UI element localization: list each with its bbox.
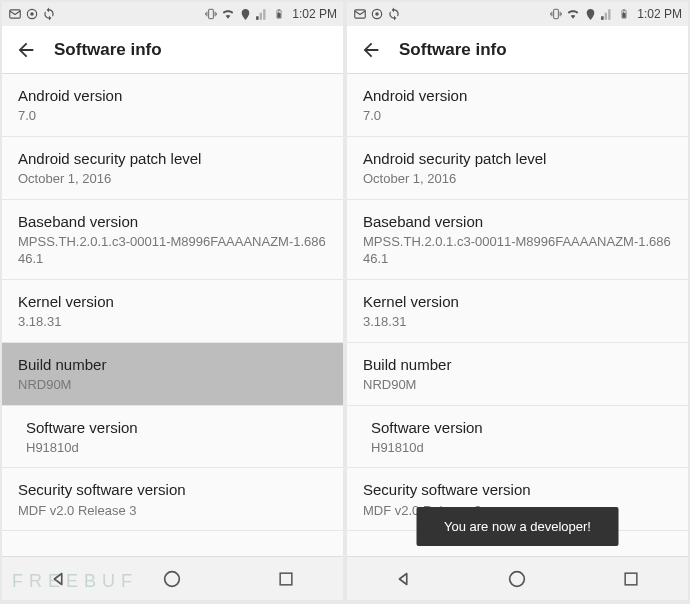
back-button[interactable] <box>14 38 38 62</box>
status-bar: 1:02 PM <box>2 2 343 26</box>
location-icon <box>583 7 597 21</box>
list-item[interactable]: Baseband version MPSS.TH.2.0.1.c3-00011-… <box>347 200 688 280</box>
svg-point-11 <box>375 12 379 16</box>
signal-icon <box>600 7 614 21</box>
svg-point-7 <box>165 571 180 586</box>
battery-icon <box>272 7 286 21</box>
list-item[interactable]: Android version 7.0 <box>347 74 688 137</box>
svg-rect-17 <box>625 573 637 585</box>
list-item-value: October 1, 2016 <box>363 170 672 188</box>
camera-icon <box>370 7 384 21</box>
navigation-bar <box>347 556 688 600</box>
list-item-title: Android security patch level <box>18 149 327 169</box>
mail-icon <box>8 7 22 21</box>
svg-point-2 <box>30 12 34 16</box>
list-item-title: Baseband version <box>363 212 672 232</box>
signal-icon <box>255 7 269 21</box>
svg-rect-3 <box>209 9 214 18</box>
list-item-title: Software version <box>371 418 672 438</box>
list-item-title: Android version <box>18 86 327 106</box>
list-item-value: 3.18.31 <box>363 313 672 331</box>
settings-list: Android version 7.0 Android security pat… <box>2 74 343 556</box>
svg-rect-5 <box>278 9 280 10</box>
list-item-title: Build number <box>18 355 327 375</box>
list-item[interactable]: Kernel version 3.18.31 <box>347 280 688 343</box>
list-item[interactable]: Software version H91810d <box>2 406 343 469</box>
status-bar: 1:02 PM <box>347 2 688 26</box>
list-item-value: H91810d <box>26 439 327 457</box>
app-bar: Software info <box>2 26 343 74</box>
nav-recent-button[interactable] <box>273 566 299 592</box>
list-item[interactable]: Baseband version MPSS.TH.2.0.1.c3-00011-… <box>2 200 343 280</box>
list-item-title: Security software version <box>18 480 327 500</box>
list-item[interactable]: Android version 7.0 <box>2 74 343 137</box>
list-item-value: 7.0 <box>363 107 672 125</box>
list-item-title: Kernel version <box>363 292 672 312</box>
settings-list: Android version 7.0 Android security pat… <box>347 74 688 556</box>
wifi-icon <box>566 7 580 21</box>
list-item[interactable]: Software version H91810d <box>347 406 688 469</box>
navigation-bar <box>2 556 343 600</box>
mail-icon <box>353 7 367 21</box>
nav-back-button[interactable] <box>391 566 417 592</box>
sync-icon <box>42 7 56 21</box>
list-item-value: NRD90M <box>18 376 327 394</box>
list-item-value: MPSS.TH.2.0.1.c3-00011-M8996FAAAANAZM-1.… <box>18 233 327 268</box>
list-item-value: NRD90M <box>363 376 672 394</box>
wifi-icon <box>221 7 235 21</box>
phone-screen-right: 1:02 PM Software info Android version 7.… <box>347 2 688 600</box>
list-item[interactable]: Android security patch level October 1, … <box>347 137 688 200</box>
app-bar: Software info <box>347 26 688 74</box>
back-button[interactable] <box>359 38 383 62</box>
list-item-title: Baseband version <box>18 212 327 232</box>
page-title: Software info <box>54 40 162 60</box>
list-item[interactable]: Kernel version 3.18.31 <box>2 280 343 343</box>
list-item[interactable]: Android security patch level October 1, … <box>2 137 343 200</box>
nav-recent-button[interactable] <box>618 566 644 592</box>
battery-icon <box>617 7 631 21</box>
nav-back-button[interactable] <box>46 566 72 592</box>
svg-rect-8 <box>280 573 292 585</box>
status-time: 1:02 PM <box>637 7 682 21</box>
nav-home-button[interactable] <box>159 566 185 592</box>
status-time: 1:02 PM <box>292 7 337 21</box>
svg-rect-12 <box>554 9 559 18</box>
camera-icon <box>25 7 39 21</box>
list-item-value: H91810d <box>371 439 672 457</box>
vibrate-icon <box>204 7 218 21</box>
list-item-value: 3.18.31 <box>18 313 327 331</box>
list-item[interactable]: Build number NRD90M <box>347 343 688 406</box>
list-item-title: Android version <box>363 86 672 106</box>
nav-home-button[interactable] <box>504 566 530 592</box>
svg-point-16 <box>510 571 525 586</box>
phone-screen-left: 1:02 PM Software info Android version 7.… <box>2 2 343 600</box>
sync-icon <box>387 7 401 21</box>
page-title: Software info <box>399 40 507 60</box>
list-item[interactable]: Security software version MDF v2.0 Relea… <box>2 468 343 531</box>
list-item[interactable]: Build number NRD90M <box>2 343 343 406</box>
vibrate-icon <box>549 7 563 21</box>
location-icon <box>238 7 252 21</box>
list-item-title: Build number <box>363 355 672 375</box>
list-item-title: Software version <box>26 418 327 438</box>
list-item-value: 7.0 <box>18 107 327 125</box>
list-item-title: Kernel version <box>18 292 327 312</box>
list-item-title: Security software version <box>363 480 672 500</box>
list-item-value: October 1, 2016 <box>18 170 327 188</box>
list-item-value: MDF v2.0 Release 3 <box>18 502 327 520</box>
toast-message: You are now a developer! <box>416 507 619 546</box>
list-item-value: MPSS.TH.2.0.1.c3-00011-M8996FAAAANAZM-1.… <box>363 233 672 268</box>
svg-rect-14 <box>623 9 625 10</box>
list-item-title: Android security patch level <box>363 149 672 169</box>
